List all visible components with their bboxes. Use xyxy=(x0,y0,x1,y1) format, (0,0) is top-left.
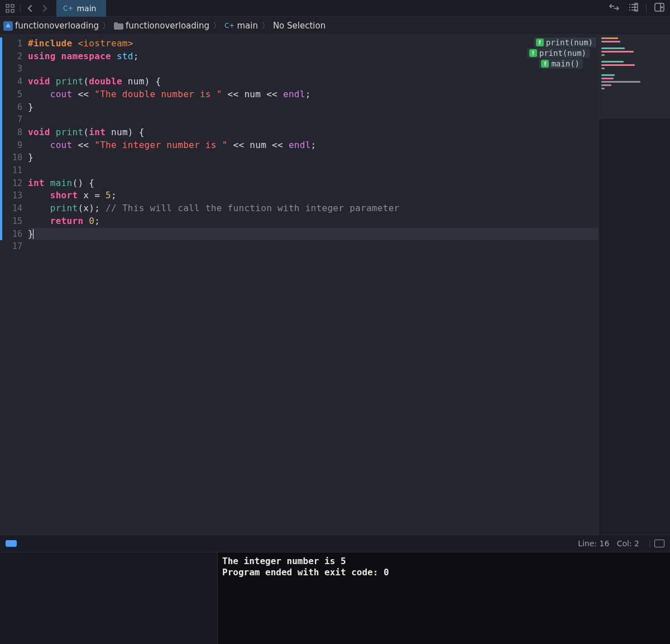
function-tag-label: main() xyxy=(551,59,580,68)
code-line[interactable]: cout << "The integer number is " << num … xyxy=(28,139,599,152)
nav-forward-icon[interactable] xyxy=(39,3,51,13)
status-line-label: Line: xyxy=(578,539,597,548)
breadcrumb-project[interactable]: functionoverloading xyxy=(15,21,99,31)
compare-icon[interactable] xyxy=(607,2,621,15)
status-col-value: 2 xyxy=(634,539,639,548)
file-tab[interactable]: C+ main xyxy=(56,0,106,17)
tab-label: main xyxy=(76,4,96,13)
related-items-icon[interactable] xyxy=(3,3,17,14)
editor-toolbar: C+ main xyxy=(0,0,670,17)
code-line[interactable]: } xyxy=(28,101,599,114)
status-wrap: Line: 16 Col: 2 The integer number is 5 … xyxy=(0,535,670,644)
function-badge-icon: f xyxy=(536,39,544,46)
minimap[interactable] xyxy=(599,35,670,535)
code-line[interactable] xyxy=(28,63,599,75)
folder-icon xyxy=(114,21,123,31)
function-tag[interactable]: fprint(num) xyxy=(534,37,596,47)
add-editor-icon[interactable] xyxy=(652,2,667,15)
console: The integer number is 5 Program ended wi… xyxy=(0,552,670,644)
svg-rect-2 xyxy=(6,9,9,12)
variables-view[interactable] xyxy=(0,552,218,644)
nav-back-icon[interactable] xyxy=(24,3,36,13)
code-line[interactable]: } xyxy=(28,228,599,241)
function-tag-label: print(num) xyxy=(539,49,586,58)
gutter-line: 6 xyxy=(0,101,28,114)
editor-main: 1234567891011121314151617 #include <iost… xyxy=(0,35,670,535)
code-line[interactable]: cout << "The double number is " << num <… xyxy=(28,88,599,101)
console-output[interactable]: The integer number is 5 Program ended wi… xyxy=(218,552,670,644)
code-line[interactable]: short x = 5; xyxy=(28,189,599,202)
project-icon xyxy=(3,21,13,31)
breadcrumb-folder[interactable]: functionoverloading xyxy=(126,21,209,31)
function-badge-icon: f xyxy=(529,49,537,57)
gutter-line: 8 xyxy=(0,126,28,139)
function-badge-icon: f xyxy=(541,60,549,68)
gutter-line: 11 xyxy=(0,164,28,177)
code-line[interactable]: void print(double num) { xyxy=(28,75,599,88)
chevron-right-icon: 〉 xyxy=(260,21,271,31)
gutter-line: 17 xyxy=(0,240,28,253)
code-line[interactable] xyxy=(28,113,599,126)
function-tag-label: print(num) xyxy=(546,38,593,47)
gutter-line: 13 xyxy=(0,189,28,202)
gutter-line: 3 xyxy=(0,63,28,75)
function-tag[interactable]: fprint(num) xyxy=(527,48,590,58)
code-line[interactable]: print(x); // This will call the function… xyxy=(28,202,599,215)
change-indicator xyxy=(0,37,2,240)
code-line[interactable]: using namespace std; xyxy=(28,50,599,63)
toolbar-separator xyxy=(20,4,21,13)
code-line[interactable] xyxy=(28,240,599,253)
code-line[interactable]: return 0; xyxy=(28,215,599,228)
gutter-line: 12 xyxy=(0,177,28,190)
svg-rect-0 xyxy=(6,4,9,7)
toolbar-separator xyxy=(646,4,647,13)
function-tag[interactable]: fmain() xyxy=(539,59,583,69)
cpp-file-icon: C+ xyxy=(63,4,73,12)
cpp-file-icon: C+ xyxy=(224,22,234,30)
code-line[interactable]: } xyxy=(28,151,599,164)
editor[interactable]: 1234567891011121314151617 #include <iost… xyxy=(0,35,599,535)
gutter-line: 15 xyxy=(0,215,28,228)
code-area[interactable]: #include <iostream>using namespace std; … xyxy=(28,35,599,535)
status-bar: Line: 16 Col: 2 xyxy=(0,535,670,552)
gutter-line: 2 xyxy=(0,50,28,63)
gutter-line: 5 xyxy=(0,88,28,101)
gutter-line: 7 xyxy=(0,113,28,126)
text-cursor xyxy=(33,229,34,239)
breadcrumb-selection[interactable]: No Selection xyxy=(273,21,326,31)
canvas-icon[interactable] xyxy=(654,540,664,547)
adjust-editor-icon[interactable] xyxy=(626,2,640,15)
status-line-value: 16 xyxy=(599,539,609,548)
code-line[interactable] xyxy=(28,164,599,177)
gutter-line: 1 xyxy=(0,37,28,50)
gutter-line: 14 xyxy=(0,202,28,215)
code-line[interactable]: #include <iostream> xyxy=(28,37,599,50)
breadcrumb: functionoverloading 〉 functionoverloadin… xyxy=(0,17,670,35)
status-separator xyxy=(649,540,650,547)
debug-bar-icon[interactable] xyxy=(6,540,17,547)
chevron-right-icon: 〉 xyxy=(212,21,222,31)
function-tags: fprint(num)fprint(num)fmain() xyxy=(527,37,596,69)
minimap-viewport[interactable] xyxy=(599,35,670,119)
code-line[interactable]: int main() { xyxy=(28,177,599,190)
gutter: 1234567891011121314151617 xyxy=(0,35,28,535)
gutter-line: 16 xyxy=(0,228,28,241)
svg-rect-3 xyxy=(11,9,14,12)
gutter-line: 9 xyxy=(0,139,28,152)
gutter-line: 10 xyxy=(0,151,28,164)
chevron-right-icon: 〉 xyxy=(101,21,112,31)
gutter-line: 4 xyxy=(0,75,28,88)
svg-rect-1 xyxy=(11,4,14,7)
status-col-label: Col: xyxy=(617,539,632,548)
code-line[interactable]: void print(int num) { xyxy=(28,126,599,139)
breadcrumb-file[interactable]: main xyxy=(237,21,257,31)
